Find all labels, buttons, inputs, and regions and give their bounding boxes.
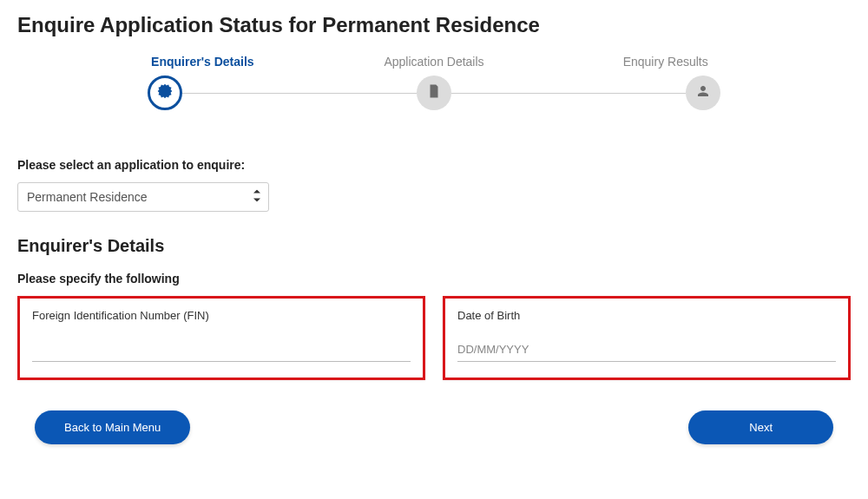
next-button[interactable]: Next [688,410,833,444]
dob-label: Date of Birth [457,309,836,322]
dob-input[interactable] [457,338,836,362]
badge-icon [156,82,174,103]
button-row: Back to Main Menu Next [17,410,851,444]
fin-input[interactable] [32,338,411,362]
application-select-wrapper: Permanent Residence [17,182,269,212]
form-row: Foreign Identification Number (FIN) Date… [17,296,851,380]
fin-label: Foreign Identification Number (FIN) [32,309,411,322]
fin-box: Foreign Identification Number (FIN) [17,296,425,380]
specify-prompt: Please specify the following [17,272,851,286]
document-icon [426,83,442,102]
application-select[interactable]: Permanent Residence [17,182,269,212]
person-icon [695,83,711,102]
step-icon-3 [686,76,720,110]
step-label-1: Enquirer's Details [87,55,319,69]
back-button[interactable]: Back to Main Menu [35,410,190,444]
step-line-1 [182,93,417,94]
step-label-3: Enquiry Results [549,55,781,69]
stepper-labels: Enquirer's Details Application Details E… [17,55,851,69]
step-icon-2 [417,76,451,110]
step-icon-1 [148,76,182,110]
stepper-icons [17,76,851,110]
page-title: Enquire Application Status for Permanent… [17,13,851,37]
section-heading: Enquirer's Details [17,236,851,256]
dob-box: Date of Birth [443,296,851,380]
step-line-2 [451,93,686,94]
step-label-2: Application Details [319,55,550,69]
select-prompt: Please select an application to enquire: [17,158,851,172]
